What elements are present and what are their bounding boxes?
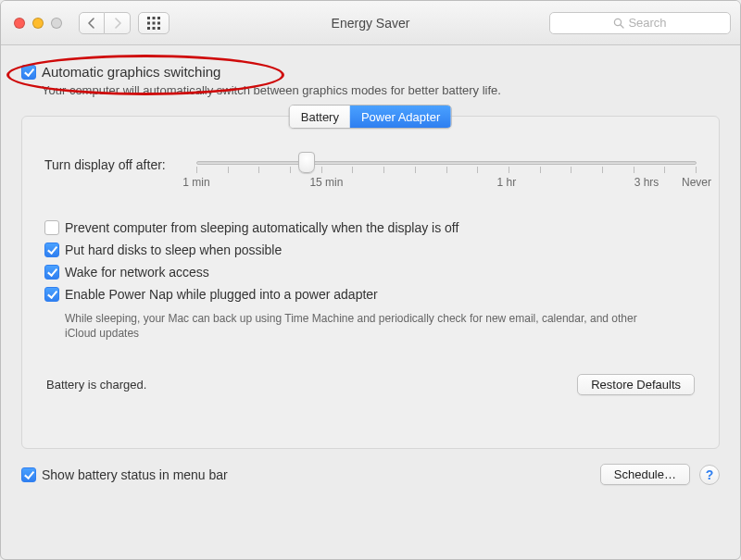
opt-prevent-sleep-checkbox[interactable] — [44, 220, 59, 235]
opt-wake-network-checkbox[interactable] — [44, 265, 59, 280]
slider-thumb[interactable] — [298, 152, 315, 173]
svg-rect-7 — [153, 27, 156, 30]
restore-defaults-button[interactable]: Restore Defaults — [577, 374, 695, 395]
auto-graphics-checkbox[interactable] — [21, 65, 36, 80]
chevron-right-icon — [114, 18, 121, 29]
slider-track — [196, 161, 697, 165]
opt-hard-disks-checkbox[interactable] — [44, 243, 59, 257]
power-nap-explanation: While sleeping, your Mac can back up usi… — [65, 311, 639, 341]
display-off-label: Turn display off after: — [44, 154, 196, 172]
window-controls — [14, 18, 62, 29]
opt-prevent-sleep[interactable]: Prevent computer from sleeping automatic… — [44, 220, 697, 235]
grid-icon — [147, 17, 160, 30]
opt-hard-disks[interactable]: Put hard disks to sleep when possible — [44, 243, 697, 257]
svg-rect-8 — [157, 27, 160, 30]
svg-rect-3 — [147, 21, 150, 24]
auto-graphics-row[interactable]: Automatic graphics switching — [21, 64, 720, 80]
close-window-button[interactable] — [14, 18, 25, 29]
svg-rect-0 — [147, 17, 150, 19]
titlebar: Energy Saver Search — [1, 1, 740, 45]
schedule-button[interactable]: Schedule… — [600, 464, 690, 485]
opt-wake-network-label: Wake for network access — [65, 265, 209, 280]
back-button[interactable] — [79, 12, 105, 34]
opt-hard-disks-label: Put hard disks to sleep when possible — [65, 243, 282, 257]
minimize-window-button[interactable] — [32, 18, 44, 29]
energy-panel: Battery Power Adapter Turn display off a… — [21, 116, 720, 449]
svg-rect-6 — [147, 27, 150, 30]
tab-battery[interactable]: Battery — [290, 106, 350, 128]
svg-rect-1 — [153, 17, 156, 19]
menubar-label: Show battery status in menu bar — [42, 467, 228, 482]
nav-buttons — [79, 12, 131, 34]
svg-rect-5 — [157, 21, 160, 24]
svg-rect-4 — [153, 21, 156, 24]
menubar-row[interactable]: Show battery status in menu bar — [21, 467, 228, 482]
slider-ticks — [196, 167, 697, 173]
svg-rect-2 — [157, 17, 160, 19]
battery-status: Battery is charged. — [46, 378, 146, 392]
auto-graphics-sublabel: Your computer will automatically switch … — [42, 83, 720, 97]
tab-power-adapter[interactable]: Power Adapter — [350, 106, 451, 128]
opt-power-nap-checkbox[interactable] — [44, 287, 59, 302]
display-off-slider[interactable]: 1 min 15 min 1 hr 3 hrs Never — [196, 154, 697, 191]
help-icon: ? — [706, 467, 714, 482]
auto-graphics-label: Automatic graphics switching — [42, 64, 220, 80]
menubar-checkbox[interactable] — [21, 467, 36, 482]
zoom-window-button[interactable] — [51, 18, 62, 29]
show-all-button[interactable] — [138, 12, 170, 34]
help-button[interactable]: ? — [699, 465, 720, 485]
search-field[interactable]: Search — [549, 12, 731, 34]
opt-prevent-sleep-label: Prevent computer from sleeping automatic… — [65, 220, 458, 235]
chevron-left-icon — [88, 18, 95, 29]
opt-power-nap-label: Enable Power Nap while plugged into a po… — [65, 287, 378, 302]
forward-button[interactable] — [105, 12, 131, 34]
opt-wake-network[interactable]: Wake for network access — [44, 265, 697, 280]
opt-power-nap[interactable]: Enable Power Nap while plugged into a po… — [44, 287, 697, 302]
tab-segmented: Battery Power Adapter — [289, 105, 452, 129]
